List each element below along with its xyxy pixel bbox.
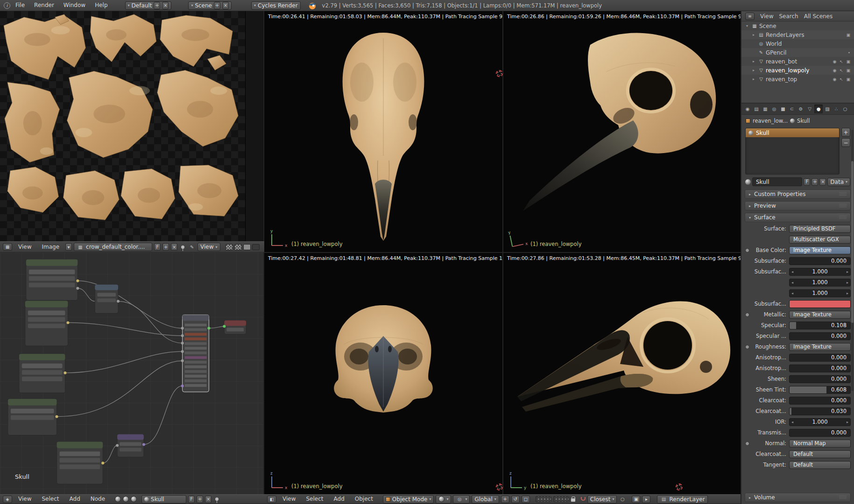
properties-tab-constraints-icon[interactable]: ⊂ — [788, 105, 796, 113]
prop-menu-surface[interactable]: Principled BSDF — [789, 225, 851, 233]
properties-tab-particles-icon[interactable]: ∴ — [832, 105, 840, 113]
info-icon[interactable]: i — [4, 2, 10, 9]
prop-slider-clearcoat-gloss[interactable]: 0.030 — [789, 407, 851, 415]
menu-render[interactable]: Render — [30, 0, 58, 11]
view3d-menu-view[interactable]: View — [278, 494, 300, 504]
outliner-item-renderlayers[interactable]: ▸▤RenderLayers▣ — [741, 30, 854, 39]
transform-orientation-select[interactable]: Global ▾ — [472, 495, 499, 504]
outliner-item-label[interactable]: GPencil — [766, 49, 847, 56]
layers-grid[interactable] — [553, 496, 569, 502]
unlink-material-button[interactable]: × — [205, 496, 212, 503]
outliner-item-reaven_bot[interactable]: ▸▽reaven_bot◉ ↖ ▣ — [741, 57, 854, 66]
snap-magnet-icon[interactable] — [581, 497, 586, 501]
outliner-item-world[interactable]: ◎World — [741, 39, 854, 48]
image-browse-button[interactable]: ▾ — [65, 243, 72, 251]
properties-tab-render-icon[interactable]: ◉ — [743, 105, 752, 113]
scene-select[interactable]: ▾ Scene + × — [188, 1, 232, 10]
image-datablock[interactable]: ▦ crow_default_color.... — [74, 243, 152, 251]
properties-tab-physics-icon[interactable]: ○ — [841, 105, 849, 113]
prop-menu-roughness[interactable]: Image Texture — [789, 343, 851, 351]
decrement-arrow-icon[interactable]: ◂ — [791, 270, 793, 274]
increment-arrow-icon[interactable]: ▸ — [847, 270, 848, 274]
prop-menu-distribution[interactable]: Multiscatter GGX — [789, 236, 851, 244]
material-name-field[interactable]: Skull — [752, 177, 802, 186]
shader-type-linestyle-icon[interactable] — [131, 496, 137, 502]
display-channel-z-icon[interactable] — [252, 244, 260, 250]
paint-brush-icon[interactable]: ✎ — [188, 243, 196, 251]
3d-cursor[interactable] — [676, 483, 683, 490]
expand-icon[interactable]: ▾ — [744, 24, 750, 28]
new-material-button[interactable]: + — [812, 178, 818, 186]
properties-tab-world-icon[interactable]: ◎ — [770, 105, 778, 113]
close-layout-button[interactable]: × — [162, 2, 169, 9]
manipulator-rotate-icon[interactable]: ↺ — [511, 496, 520, 503]
outliner-item-label[interactable]: reaven_bot — [766, 58, 831, 65]
prop-menu-tangent[interactable]: Default — [789, 461, 851, 469]
opengl-render-icon[interactable]: ▣ — [632, 496, 640, 503]
prop-number-ior[interactable]: ◂1.000▸ — [789, 418, 851, 426]
prop-number-subsurface-radius-x[interactable]: ◂1.000▸ — [789, 268, 851, 276]
display-channel-alpha-icon[interactable] — [243, 244, 251, 250]
prop-number-subsurface-radius-y[interactable]: ◂1.000▸ — [789, 279, 851, 287]
properties-tab-render-layers-icon[interactable]: ▤ — [752, 105, 761, 113]
prop-menu-base-color[interactable]: Image Texture — [789, 246, 851, 254]
editor-type-icon-image[interactable]: ▦ — [3, 243, 12, 251]
prop-slider-anisotropic-rotation[interactable]: 0.000 — [789, 364, 851, 372]
fake-user-button[interactable]: F — [154, 243, 161, 251]
visibility-icons[interactable]: ◉ ↖ ▣ — [833, 59, 854, 64]
prop-number-subsurface-radius-z[interactable]: ◂1.000▸ — [789, 289, 851, 297]
properties-tab-material-icon[interactable]: ● — [814, 105, 823, 113]
material-link-select[interactable]: Data ▾ — [827, 178, 850, 186]
prop-color-subsurface-color[interactable] — [789, 300, 851, 308]
properties-tab-texture-icon[interactable]: ▨ — [823, 105, 832, 113]
new-material-button[interactable]: + — [197, 496, 203, 503]
section-surface[interactable]: ▾ Surface — [745, 213, 851, 222]
prop-slider-anisotropic[interactable]: 0.000 — [789, 354, 851, 362]
normal-map-node[interactable] — [116, 434, 145, 457]
mapping-node[interactable] — [95, 285, 120, 314]
manipulator-scale-icon[interactable]: ◻ — [522, 496, 530, 503]
layers-grid[interactable] — [536, 496, 551, 502]
expand-icon[interactable]: ▸ — [751, 77, 756, 81]
viewport-quad-front[interactable]: Time:00:27.42 | Remaining:01:48.81 | Mem… — [264, 253, 502, 494]
node-menu-add[interactable]: Add — [65, 494, 85, 504]
material-output-node[interactable] — [223, 320, 246, 334]
menu-help[interactable]: Help — [91, 0, 112, 11]
display-channel-color-alpha-icon[interactable] — [234, 244, 242, 250]
outliner-item-gpencil[interactable]: ✎GPencil• — [741, 48, 854, 57]
properties-tab-modifiers-icon[interactable]: ⚙ — [797, 105, 805, 113]
mode-select[interactable]: Object Mode ▾ — [383, 495, 434, 504]
view3d-menu-select[interactable]: Select — [302, 494, 327, 504]
node-menu-view[interactable]: View — [14, 494, 35, 504]
material-slot-selected[interactable]: Skull — [746, 128, 839, 137]
node-menu-node[interactable]: Node — [86, 494, 109, 504]
viewport-quad-side[interactable]: Time:00:27.86 | Remaining:01:53.28 | Mem… — [503, 253, 741, 494]
material-datablock[interactable]: Skull — [141, 495, 186, 504]
data-dot-icon[interactable]: • — [848, 50, 854, 55]
fake-user-button[interactable]: F — [804, 178, 810, 186]
prop-slider-subsurface[interactable]: 0.000 — [789, 257, 851, 265]
pivot-center-select[interactable]: ◎ ▾ — [453, 495, 470, 504]
decrement-arrow-icon[interactable]: ◂ — [791, 291, 793, 295]
outliner-display-mode[interactable]: All Scenes — [804, 13, 833, 20]
breadcrumb-object[interactable]: reaven_low... — [753, 118, 788, 124]
panel-grip-icon[interactable] — [839, 216, 847, 220]
visibility-icons[interactable]: ◉ ↖ ▣ — [833, 77, 854, 82]
uv-mode-select[interactable]: View ▾ — [198, 243, 220, 251]
increment-arrow-icon[interactable]: ▸ — [847, 280, 848, 285]
snap-target-select[interactable]: Closest ▾ — [587, 495, 617, 504]
viewport-quad-top[interactable]: Time:00:26.41 | Remaining:01:58.03 | Mem… — [264, 11, 502, 252]
prop-menu-clearcoat-normal[interactable]: Default — [789, 450, 851, 458]
3d-cursor[interactable] — [496, 70, 503, 77]
breadcrumb-material[interactable]: Skull — [797, 118, 810, 124]
add-scene-button[interactable]: + — [214, 2, 220, 9]
new-image-button[interactable]: + — [162, 243, 169, 251]
proportional-edit-icon[interactable]: ○ — [619, 496, 626, 503]
pin-icon[interactable] — [215, 497, 219, 501]
principled-bsdf-node[interactable] — [181, 315, 211, 392]
section-volume[interactable]: ▸ Volume — [745, 493, 851, 502]
image-texture-node[interactable] — [57, 441, 105, 484]
3d-cursor[interactable] — [496, 483, 503, 490]
outliner-item-reaven_lowpoly[interactable]: ▸▽reaven_lowpoly◉ ↖ ▣ — [741, 66, 854, 75]
node-editor-canvas[interactable]: Skull — [0, 252, 264, 494]
